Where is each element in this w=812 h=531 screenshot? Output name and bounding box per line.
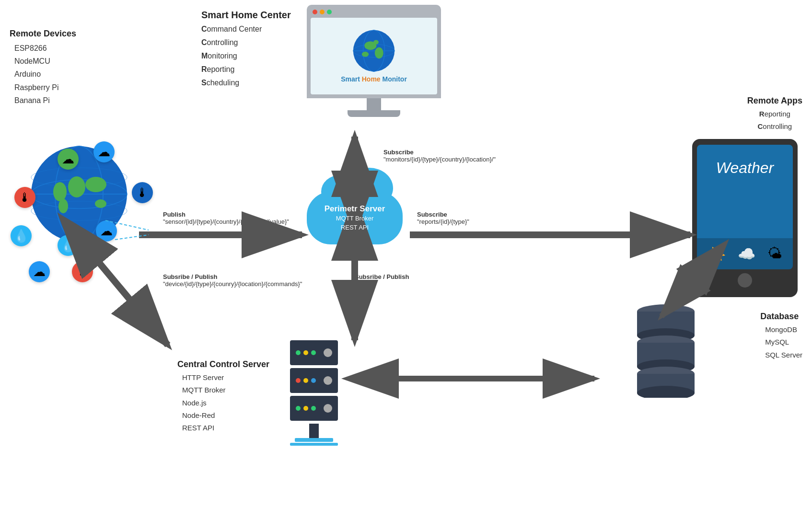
- smart-home-center-section: Smart Home Center Command Center Control…: [201, 10, 291, 90]
- monitor-top-bar: [311, 9, 437, 15]
- shc-monitoring: Monitoring: [201, 49, 291, 63]
- remote-device-banana: Banana Pi: [14, 94, 76, 107]
- remote-device-esp8266: ESP8266: [14, 42, 76, 55]
- cs-nodered: Node-Red: [182, 409, 269, 422]
- shc-scheduling: Scheduling: [201, 76, 291, 90]
- central-server-title: Central Control Server: [177, 359, 269, 369]
- server-button-2[interactable]: [324, 376, 332, 385]
- tablet-sun-icon: ☀️: [708, 245, 726, 262]
- server-button-3[interactable]: [324, 404, 332, 413]
- monitor-display: Smart Home Monitor: [311, 18, 437, 94]
- sensor-cloud-green-1: ☁: [58, 149, 79, 170]
- tablet-screen: Weather ☀️ ☁️ 🌤: [697, 145, 793, 269]
- server-unit-3: [290, 396, 338, 421]
- remote-device-raspberry: Raspberry Pi: [14, 81, 76, 94]
- remote-device-nodemcu: NodeMCU: [14, 55, 76, 68]
- sensor-thermo-red: 🌡: [14, 187, 35, 208]
- monitor-dot-green: [327, 10, 332, 14]
- led-yellow: [303, 350, 308, 355]
- svg-point-5: [375, 47, 383, 58]
- server-base: [295, 438, 333, 442]
- monitor-globe-icon: [352, 29, 395, 72]
- monitor-label: Smart Home Monitor: [341, 75, 407, 83]
- monitor-stand-neck: [367, 98, 381, 110]
- db-cylinders-icon: [635, 302, 697, 398]
- smart-home-center-title: Smart Home Center: [201, 10, 291, 21]
- diagram: Remote Devices ESP8266 NodeMCU Arduino R…: [0, 0, 812, 531]
- database-title: Database: [760, 312, 802, 322]
- cloud-rest: REST API: [341, 223, 369, 232]
- shc-command: Command Center: [201, 23, 291, 36]
- tablet-device: Weather ☀️ ☁️ 🌤: [692, 139, 798, 297]
- svg-point-7: [373, 40, 379, 45]
- publish-label: Publish "sensor/{id}/{type}/{country}/{l…: [163, 211, 289, 225]
- svg-point-6: [362, 52, 369, 57]
- tablet-home-button[interactable]: [738, 273, 752, 288]
- central-server-section: Central Control Server HTTP Server MQTT …: [177, 359, 269, 434]
- monitor-dot-red: [313, 10, 317, 14]
- tablet-rain-icon: 🌤: [767, 245, 782, 262]
- db-cylinders-wrapper: [635, 302, 697, 400]
- svg-point-17: [95, 199, 106, 208]
- remote-devices-section: Remote Devices ESP8266 NodeMCU Arduino R…: [10, 29, 76, 107]
- sensor-cloud-blue-2: ☁: [96, 220, 117, 242]
- led-yellow-3: [303, 406, 308, 411]
- cloud-shape: Perimetr Server MQTT Broker REST API: [307, 192, 403, 244]
- database-items: MongoDB MySQL SQL Server: [765, 323, 802, 361]
- sensor-thermo-red-2: 🌡: [72, 261, 93, 282]
- sensor-cloud-blue-1: ☁: [93, 141, 115, 162]
- led-green-2: [311, 350, 316, 355]
- db-mongodb: MongoDB: [765, 323, 802, 336]
- remote-devices-title: Remote Devices: [10, 29, 76, 39]
- tablet-icons-row: ☀️ ☁️ 🌤: [697, 238, 793, 269]
- server-base-wide: [290, 443, 338, 446]
- remote-apps-controlling: Controlling: [747, 120, 802, 133]
- tablet-wrapper: Weather ☀️ ☁️ 🌤: [692, 139, 802, 297]
- monitor-stand-base: [348, 110, 400, 117]
- db-sqlserver: SQL Server: [765, 349, 802, 361]
- server-unit-2: [290, 368, 338, 393]
- server-stand: [309, 424, 319, 438]
- led-green: [296, 350, 301, 355]
- subsribe-publish-center-label: Subsribe / Publish "#": [355, 273, 409, 288]
- sensor-cloud-green-2: ☁: [29, 261, 50, 282]
- perimetr-server-cloud: Perimetr Server MQTT Broker REST API: [307, 177, 403, 244]
- server-unit-1: [290, 340, 338, 365]
- shc-reporting: Reporting: [201, 63, 291, 76]
- server-button-1[interactable]: [324, 348, 332, 357]
- remote-apps-title: Remote Apps: [747, 96, 802, 106]
- subsribe-publish-left-label: Subsribe / Publish "device/{id}/{type}/{…: [163, 273, 302, 288]
- svg-point-18: [58, 199, 68, 213]
- svg-point-15: [53, 182, 67, 201]
- sensor-thermo-blue: 🌡: [132, 182, 153, 203]
- tablet-weather-label: Weather: [697, 159, 793, 177]
- led-yellow-2: [303, 378, 308, 383]
- svg-line-36: [96, 259, 168, 345]
- db-mysql: MySQL: [765, 336, 802, 348]
- remote-device-arduino: Arduino: [14, 68, 76, 81]
- central-server-items: HTTP Server MQTT Broker Node.js Node-Red…: [182, 371, 269, 434]
- sensor-water-1: 💧: [11, 225, 32, 246]
- monitor-wrapper: Smart Home Monitor: [302, 5, 446, 117]
- sensor-water-2: 💧: [58, 235, 79, 256]
- tablet-cloud-icon: ☁️: [738, 245, 755, 262]
- monitor-screen: Smart Home Monitor: [307, 5, 441, 98]
- led-blue: [311, 378, 316, 383]
- cloud-title: Perimetr Server: [325, 204, 385, 214]
- led-red: [296, 378, 301, 383]
- remote-apps-section: Remote Apps Reporting Controlling: [747, 96, 802, 132]
- database-section: Database MongoDB MySQL SQL Server: [760, 312, 802, 361]
- cs-mqtt: MQTT Broker: [182, 384, 269, 396]
- cs-nodejs: Node.js: [182, 397, 269, 409]
- cs-rest: REST API: [182, 422, 269, 434]
- cs-http: HTTP Server: [182, 371, 269, 384]
- cloud-mqtt: MQTT Broker: [336, 214, 374, 223]
- svg-point-14: [68, 176, 85, 197]
- monitor-dot-yellow: [320, 10, 325, 14]
- subscribe-right-label: Subscribe "reports/{id}/{type}": [417, 211, 469, 225]
- subscribe-top-label: Subscribe "monitors/{id}/{type}/{country…: [383, 149, 496, 163]
- led-green-4: [311, 406, 316, 411]
- svg-point-16: [85, 177, 106, 192]
- server-rack-wrapper: [290, 340, 338, 446]
- remote-apps-reporting: Reporting: [747, 108, 802, 120]
